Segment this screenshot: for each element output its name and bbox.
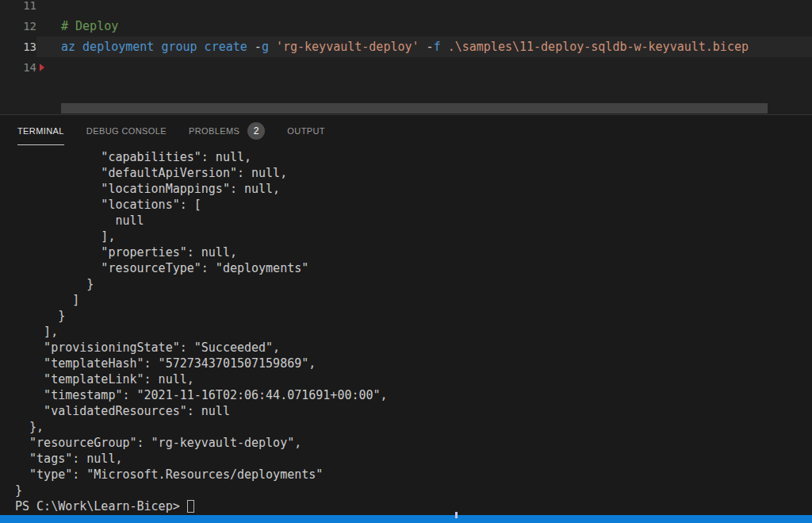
terminal-line: "provisioningState": "Succeeded", xyxy=(15,340,812,356)
token-plain xyxy=(419,40,427,54)
token-plain xyxy=(269,40,276,54)
terminal-line: "resourceGroup": "rg-keyvault-deploy", xyxy=(15,435,812,451)
editor-line-14[interactable]: 14 xyxy=(0,57,812,78)
terminal-line: "validatedResources": null xyxy=(15,403,812,419)
horizontal-scrollbar[interactable] xyxy=(0,103,812,113)
line-number[interactable]: 13 xyxy=(0,37,36,57)
token-string: 'rg-keyvault-deploy' xyxy=(276,40,419,54)
editor-pane[interactable]: 1112# Deploy13az deployment group create… xyxy=(0,0,812,115)
tab-label: PROBLEMS xyxy=(189,126,239,136)
horizontal-scrollbar-thumb[interactable] xyxy=(61,103,768,113)
panel-tab-problems[interactable]: PROBLEMS2 xyxy=(189,115,265,147)
terminal-line: } xyxy=(15,308,812,324)
terminal-line: }, xyxy=(15,419,812,435)
terminal-line: "capabilities": null, xyxy=(15,149,812,165)
tab-label: OUTPUT xyxy=(287,126,325,136)
token-plain xyxy=(441,40,448,54)
terminal-line: ] xyxy=(15,292,812,308)
terminal-line: } xyxy=(15,276,812,292)
token-command: f xyxy=(434,40,441,54)
terminal-line: "defaultApiVersion": null, xyxy=(15,165,812,181)
vscode-window: 1112# Deploy13az deployment group create… xyxy=(0,0,812,523)
code-line[interactable]: az deployment group create -g 'rg-keyvau… xyxy=(36,37,812,57)
code-line[interactable]: # Deploy xyxy=(36,16,812,37)
line-number[interactable]: 11 xyxy=(0,0,36,16)
terminal-prompt: PS C:\Work\Learn-Bicep> xyxy=(15,499,187,513)
terminal-line: "tags": null, xyxy=(15,451,812,467)
terminal-line: "templateLink": null, xyxy=(15,371,812,387)
editor-line-12[interactable]: 12# Deploy xyxy=(0,16,812,37)
red-arrow-marker xyxy=(40,63,44,71)
panel-tab-output[interactable]: OUTPUT xyxy=(287,115,325,147)
terminal-line: "locationMappings": null, xyxy=(15,181,812,197)
token-plain: - xyxy=(427,40,434,54)
terminal-line: null xyxy=(15,213,812,229)
line-number[interactable]: 12 xyxy=(0,16,36,37)
editor-lines: 1112# Deploy13az deployment group create… xyxy=(0,0,812,78)
terminal-line: ], xyxy=(15,324,812,340)
panel-tab-terminal[interactable]: TERMINAL xyxy=(17,115,64,147)
editor-line-11[interactable]: 11 xyxy=(0,0,812,16)
terminal-prompt-line[interactable]: PS C:\Work\Learn-Bicep> xyxy=(15,498,812,514)
terminal-line: } xyxy=(15,483,812,498)
terminal-line: "resourceType": "deployments" xyxy=(15,260,812,276)
terminal-line: "templateHash": "5727343701507159869", xyxy=(15,356,812,371)
editor-line-13[interactable]: 13az deployment group create -g 'rg-keyv… xyxy=(0,37,812,57)
tab-label: TERMINAL xyxy=(17,126,64,136)
status-bar xyxy=(0,515,812,523)
token-comment: # Deploy xyxy=(61,19,118,33)
terminal-cursor xyxy=(187,500,194,513)
token-plain: - xyxy=(255,40,262,54)
bottom-panel: TERMINALDEBUG CONSOLEPROBLEMS2OUTPUT "ca… xyxy=(0,114,812,515)
code-line[interactable] xyxy=(36,0,812,16)
terminal-line: "type": "Microsoft.Resources/deployments… xyxy=(15,467,812,483)
problems-count-badge: 2 xyxy=(247,122,265,140)
token-command: g xyxy=(262,40,269,54)
panel-tab-bar: TERMINALDEBUG CONSOLEPROBLEMS2OUTPUT xyxy=(0,115,812,147)
panel-tab-debug-console[interactable]: DEBUG CONSOLE xyxy=(86,115,167,147)
terminal-line: "properties": null, xyxy=(15,244,812,260)
token-string: .\samples\11-deploy-sqldb-w-keyvault.bic… xyxy=(448,40,749,54)
token-command: az deployment group create xyxy=(61,40,255,54)
line-number[interactable]: 14 xyxy=(0,57,36,78)
terminal-line: "locations": [ xyxy=(15,197,812,213)
terminal-output[interactable]: "capabilities": null, "defaultApiVersion… xyxy=(15,149,812,514)
tab-label: DEBUG CONSOLE xyxy=(86,126,167,136)
terminal-line: "timestamp": "2021-11-16T02:06:44.071691… xyxy=(15,387,812,403)
mouse-cursor-tick xyxy=(455,512,458,518)
code-line[interactable] xyxy=(36,57,812,78)
terminal-line: ], xyxy=(15,229,812,244)
